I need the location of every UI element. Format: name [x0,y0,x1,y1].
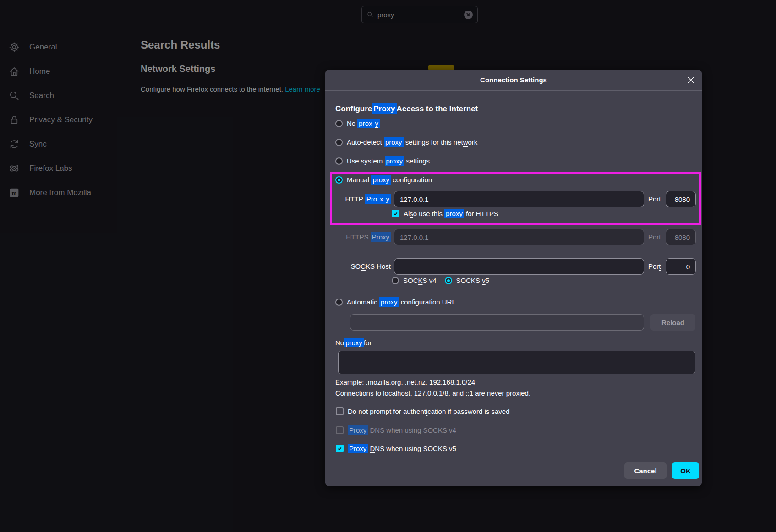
radio-circle [335,176,343,184]
radio-manual-proxy[interactable]: Manual proxy configuration [335,176,432,184]
localhost-note: Connections to localhost, 127.0.0.1/8, a… [335,389,530,397]
radio-socks-v4[interactable] [392,277,399,284]
checkbox [392,210,399,217]
dialog-title: Connection Settings [480,76,547,84]
socks-port-label: Port [648,258,661,275]
checkbox-share-proxy-https[interactable]: Also use this proxy for HTTPS [392,210,498,217]
cancel-button[interactable]: Cancel [624,462,667,479]
radio-socks-v5[interactable] [445,277,452,284]
checkbox-label: Proxy DNS when using SOCKS v5 [348,445,456,452]
checkbox-label: Also use this proxy for HTTPS [404,210,498,217]
https-proxy-input [394,229,644,245]
check-icon [337,446,342,451]
checkbox-proxy-dns-socks4: Proxy DNS when using SOCKS v4 [336,426,456,434]
checkbox-proxy-dns-socks5[interactable]: Proxy DNS when using SOCKS v5 [336,445,456,452]
socks-version-row: SOCKS v4 SOCKS v5 [392,277,489,284]
radio-auto-detect-proxy[interactable]: Auto-detect proxy settings for this netw… [335,138,477,146]
radio-label: Manual proxy configuration [347,176,432,184]
http-proxy-input[interactable] [394,191,644,207]
http-port-input[interactable] [666,191,696,207]
radio-circle [335,157,343,165]
ok-button[interactable]: OK [672,462,699,479]
socks-host-input[interactable] [394,258,644,275]
checkbox-label: Do not prompt for authentication if pass… [348,407,510,415]
radio-label: SOCKS v5 [456,277,490,284]
radio-label: Auto-detect proxy settings for this netw… [347,138,477,146]
no-proxy-for-textarea[interactable] [338,351,695,374]
http-port-label: Port [648,190,661,207]
radio-label: SOCKS v4 [403,277,437,284]
radio-circle [335,299,343,306]
connection-settings-dialog: Connection Settings Configure Proxy Acce… [325,70,702,486]
radio-circle [335,139,343,146]
reload-button[interactable]: Reload [650,314,695,331]
example-note: Example: .mozilla.org, .net.nz, 192.168.… [335,378,475,386]
radio-automatic-proxy-url[interactable]: Automatic proxy configuration URL [335,298,456,306]
screen: proxy General Home S [0,0,776,532]
dialog-heading: Configure Proxy Access to the Internet [335,103,478,114]
socks-port-input[interactable] [666,258,696,275]
proxy-url-input [350,314,644,331]
radio-no-proxy[interactable]: No proxy [335,119,380,127]
close-icon[interactable] [684,74,697,87]
radio-label: Automatic proxy configuration URL [347,298,456,306]
dialog-titlebar: Connection Settings [325,70,702,91]
socks-host-label: SOCKS Host [330,258,391,275]
check-icon [393,211,398,216]
checkbox [336,445,344,452]
checkbox-label: Proxy DNS when using SOCKS v4 [348,426,456,434]
https-proxy-label: HTTPS Proxy [330,228,391,245]
https-port-label: Port [648,228,661,245]
checkbox-no-auth-prompt[interactable]: Do not prompt for authentication if pass… [336,407,510,415]
radio-label: Use system proxy settings [347,157,430,165]
radio-label: No proxy [347,119,380,127]
radio-circle [335,120,343,127]
https-port-input [666,229,696,245]
checkbox [336,407,344,415]
checkbox [336,426,344,434]
radio-use-system-proxy[interactable]: Use system proxy settings [335,157,430,165]
no-proxy-for-label: No proxy for [335,338,372,347]
http-proxy-label: HTTP Proxy [330,190,391,207]
